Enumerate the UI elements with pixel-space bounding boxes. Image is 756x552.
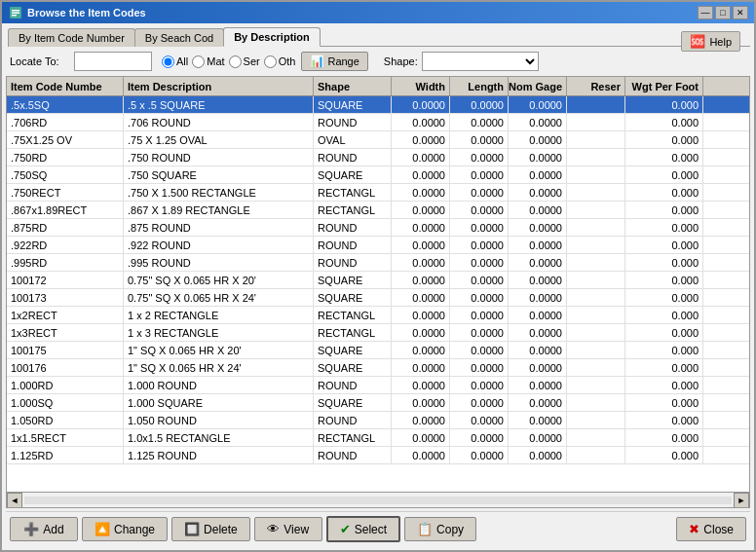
- radio-ser[interactable]: [229, 55, 242, 68]
- cell-shape: SQUARE: [314, 394, 392, 411]
- radio-mat-label[interactable]: Mat: [192, 55, 224, 68]
- cell-nomgage: 0.0000: [509, 149, 567, 166]
- radio-oth-label[interactable]: Oth: [264, 55, 296, 68]
- cell-wgtperfoot: 0.000: [625, 254, 703, 271]
- tab-by-description[interactable]: By Description: [223, 27, 321, 47]
- radio-ser-label[interactable]: Ser: [229, 55, 260, 68]
- locate-input[interactable]: [74, 52, 152, 71]
- cell-shape: ROUND: [314, 114, 392, 130]
- cell-shape: RECTANGL: [314, 429, 392, 446]
- cell-length: 0.0000: [450, 377, 509, 393]
- minimize-button[interactable]: —: [698, 6, 713, 19]
- cell-code: 1x3RECT: [7, 324, 124, 341]
- cell-wgtperfoot: 0.000: [625, 359, 703, 376]
- table-row[interactable]: 1.125RD 1.125 ROUND ROUND 0.0000 0.0000 …: [7, 447, 749, 464]
- range-button[interactable]: 📊 Range: [301, 52, 367, 71]
- delete-button[interactable]: 🔲 Delete: [171, 517, 250, 541]
- radio-mat[interactable]: [192, 55, 205, 68]
- col-header-width: Width: [392, 77, 450, 95]
- cell-code: 1.000RD: [7, 377, 124, 393]
- cell-desc: .922 ROUND: [124, 237, 314, 253]
- cell-wgtperfoot: 0.000: [625, 202, 703, 218]
- cell-nomgage: 0.0000: [509, 184, 567, 201]
- table-row[interactable]: .706RD .706 ROUND ROUND 0.0000 0.0000 0.…: [7, 114, 749, 131]
- svg-rect-3: [12, 15, 17, 17]
- table-row[interactable]: .875RD .875 ROUND ROUND 0.0000 0.0000 0.…: [7, 219, 749, 237]
- cell-reserve: [567, 219, 625, 236]
- table-row[interactable]: .867x1.89RECT .867 X 1.89 RECTANGLE RECT…: [7, 202, 749, 219]
- copy-button[interactable]: 📋 Copy: [404, 517, 476, 541]
- title-bar: Browse the Item Codes — □ ✕: [2, 2, 754, 23]
- cell-wgtperfoot: 0.000: [625, 184, 703, 201]
- tab-by-item-code[interactable]: By Item Code Number: [8, 28, 135, 47]
- cell-wgtperfoot: 0.000: [625, 166, 703, 183]
- cell-code: 100176: [7, 359, 124, 376]
- table-row[interactable]: .750RD .750 ROUND ROUND 0.0000 0.0000 0.…: [7, 149, 749, 166]
- table-row[interactable]: 100172 0.75" SQ X 0.065 HR X 20' SQUARE …: [7, 272, 749, 289]
- cell-desc: 0.75" SQ X 0.065 HR X 24': [124, 289, 314, 306]
- change-button[interactable]: 🔼 Change: [82, 517, 168, 541]
- cell-nomgage: 0.0000: [509, 359, 567, 376]
- cell-nomgage: 0.0000: [509, 237, 567, 253]
- table-row[interactable]: .5x.5SQ .5 x .5 SQUARE SQUARE 0.0000 0.0…: [7, 96, 749, 114]
- cell-length: 0.0000: [450, 429, 509, 446]
- view-button[interactable]: 👁 View: [254, 517, 322, 541]
- maximize-button[interactable]: □: [715, 6, 731, 19]
- horizontal-scrollbar[interactable]: ◄ ►: [7, 492, 749, 507]
- scroll-left-button[interactable]: ◄: [7, 493, 22, 508]
- cell-width: 0.0000: [392, 342, 450, 358]
- cell-shape: ROUND: [314, 412, 392, 428]
- window-icon: [8, 5, 23, 20]
- radio-all-label[interactable]: All: [162, 55, 188, 68]
- radio-oth[interactable]: [264, 55, 277, 68]
- tab-by-search-code[interactable]: By Seach Cod: [134, 28, 224, 47]
- table-row[interactable]: .995RD .995 ROUND ROUND 0.0000 0.0000 0.…: [7, 254, 749, 272]
- col-header-nomgage: Nom Gage: [509, 77, 567, 95]
- table-row[interactable]: 100176 1" SQ X 0.065 HR X 24' SQUARE 0.0…: [7, 359, 749, 377]
- cell-wgtperfoot: 0.000: [625, 114, 703, 130]
- cell-wgtperfoot: 0.000: [625, 237, 703, 253]
- table-row[interactable]: 100173 0.75" SQ X 0.065 HR X 24' SQUARE …: [7, 289, 749, 307]
- cell-desc: 1 x 3 RECTANGLE: [124, 324, 314, 341]
- cell-wgtperfoot: 0.000: [625, 272, 703, 288]
- table-row[interactable]: 1.000SQ 1.000 SQUARE SQUARE 0.0000 0.000…: [7, 394, 749, 412]
- cell-length: 0.0000: [450, 254, 509, 271]
- shape-select[interactable]: ROUND SQUARE RECTANGLE OVAL: [422, 52, 539, 71]
- cell-code: .5x.5SQ: [7, 96, 124, 113]
- table-row[interactable]: .75X1.25 OV .75 X 1.25 OVAL OVAL 0.0000 …: [7, 131, 749, 149]
- cell-length: 0.0000: [450, 166, 509, 183]
- table-body: .5x.5SQ .5 x .5 SQUARE SQUARE 0.0000 0.0…: [7, 96, 749, 492]
- close-button[interactable]: ✖ Close: [676, 517, 746, 541]
- cell-width: 0.0000: [392, 412, 450, 428]
- cell-reserve: [567, 289, 625, 306]
- add-button[interactable]: ➕ Add: [10, 517, 78, 541]
- table-row[interactable]: 1.000RD 1.000 ROUND ROUND 0.0000 0.0000 …: [7, 377, 749, 394]
- cell-desc: 1.000 ROUND: [124, 377, 314, 393]
- cell-width: 0.0000: [392, 114, 450, 130]
- cell-width: 0.0000: [392, 96, 450, 113]
- help-button[interactable]: 🆘 Help: [681, 31, 740, 52]
- cell-reserve: [567, 394, 625, 411]
- cell-reserve: [567, 114, 625, 130]
- cell-code: .750SQ: [7, 166, 124, 183]
- cell-wgtperfoot: 0.000: [625, 96, 703, 113]
- table-row[interactable]: 1.050RD 1.050 ROUND ROUND 0.0000 0.0000 …: [7, 412, 749, 429]
- table-row[interactable]: 1x2RECT 1 x 2 RECTANGLE RECTANGL 0.0000 …: [7, 307, 749, 324]
- col-header-code: Item Code Numbe: [7, 77, 124, 95]
- cell-wgtperfoot: 0.000: [625, 324, 703, 341]
- close-window-button[interactable]: ✕: [733, 6, 748, 19]
- radio-all[interactable]: [162, 55, 174, 68]
- table-row[interactable]: .750RECT .750 X 1.500 RECTANGLE RECTANGL…: [7, 184, 749, 202]
- table-row[interactable]: .750SQ .750 SQUARE SQUARE 0.0000 0.0000 …: [7, 166, 749, 184]
- table-row[interactable]: 100175 1" SQ X 0.065 HR X 20' SQUARE 0.0…: [7, 342, 749, 359]
- cell-length: 0.0000: [450, 149, 509, 166]
- cell-desc: 1 x 2 RECTANGLE: [124, 307, 314, 323]
- cell-code: .875RD: [7, 219, 124, 236]
- cell-shape: ROUND: [314, 237, 392, 253]
- table-row[interactable]: 1x1.5RECT 1.0x1.5 RECTANGLE RECTANGL 0.0…: [7, 429, 749, 447]
- table-row[interactable]: 1x3RECT 1 x 3 RECTANGLE RECTANGL 0.0000 …: [7, 324, 749, 342]
- cell-wgtperfoot: 0.000: [625, 412, 703, 428]
- scroll-right-button[interactable]: ►: [734, 493, 749, 508]
- table-row[interactable]: .922RD .922 ROUND ROUND 0.0000 0.0000 0.…: [7, 237, 749, 254]
- select-button[interactable]: ✔ Select: [326, 516, 400, 542]
